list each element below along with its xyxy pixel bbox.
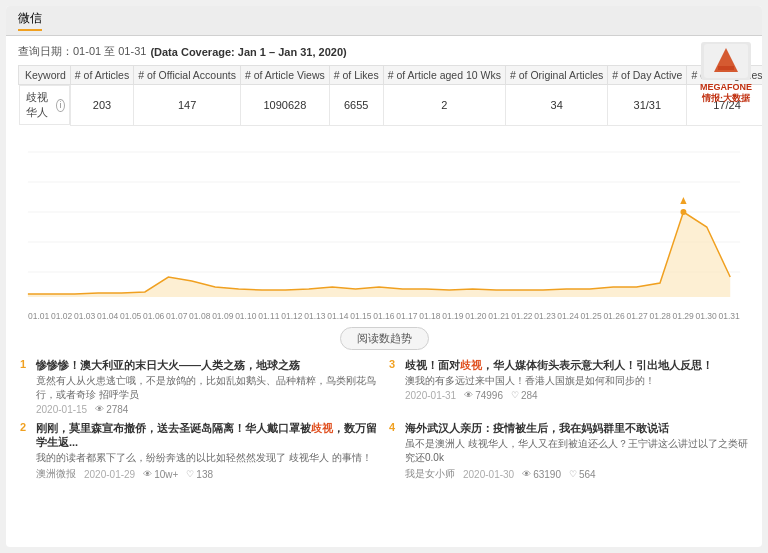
article-title-3[interactable]: 歧视！面对歧视，华人媒体街头表示意大利人！引出地人反思！ [405, 358, 713, 372]
table-row: 歧视华人 i 203 147 1090628 6655 2 34 31/31 1… [19, 85, 763, 126]
article-header-4: 4 海外武汉人亲历：疫情被生后，我在妈妈群里不敢说话 [389, 421, 748, 435]
views-icon-3: 👁 [464, 390, 473, 400]
official-accounts-value: 147 [134, 85, 241, 126]
day-active-value: 31/31 [608, 85, 687, 126]
logo-container: MEGAFONE 情报·大数据 [700, 42, 752, 105]
x-axis-labels: 01.01 01.02 01.03 01.04 01.05 01.06 01.0… [18, 311, 750, 321]
col-official-accounts: # of Official Accounts [134, 66, 241, 85]
likes-icon-2: ♡ [186, 469, 194, 479]
col-likes: # of Likes [329, 66, 383, 85]
article-likes-4: ♡ 564 [569, 469, 596, 480]
read-more-button[interactable]: 阅读数趋势 [340, 327, 429, 350]
chart-svg [18, 132, 750, 307]
logo-name: MEGAFONE 情报·大数据 [700, 82, 752, 105]
article-excerpt-2: 我的的读者都累下了么，纷纷奔逃的以比如轻然然发现了 歧视华人 的事情！ [36, 451, 379, 465]
article-date-3: 2020-01-31 [405, 390, 456, 401]
article-header-1: 1 惨惨惨！澳大利亚的末日大火——人类之殇，地球之殇 [20, 358, 379, 372]
stats-table: Keyword # of Articles # of Official Acco… [18, 65, 762, 126]
keyword-cell: 歧视华人 i [19, 85, 70, 125]
megafone-logo-svg [704, 44, 748, 78]
info-icon[interactable]: i [56, 99, 65, 112]
likes-icon-3: ♡ [511, 390, 519, 400]
outer-container: 微信 MEGAFONE 情报·大数据 查询日 [0, 0, 768, 553]
article-likes-3: ♡ 284 [511, 390, 538, 401]
article-meta-4: 我是女小师 2020-01-30 👁 63190 ♡ 564 [405, 467, 748, 481]
article-likes-2: ♡ 138 [186, 469, 213, 480]
article-date-4: 2020-01-30 [463, 469, 514, 480]
chart-fill [28, 212, 730, 297]
article-date-2: 2020-01-29 [84, 469, 135, 480]
col-articles: # of Articles [70, 66, 133, 85]
articles-grid: 1 惨惨惨！澳大利亚的末日大火——人类之殇，地球之殇 竟然有人从火患逃亡哦，不是… [18, 358, 750, 482]
chart-peak-dot [680, 209, 686, 215]
logo-box [701, 42, 751, 80]
article-source-4: 我是女小师 [405, 467, 455, 481]
article-item-1: 1 惨惨惨！澳大利亚的末日大火——人类之殇，地球之殇 竟然有人从火患逃亡哦，不是… [18, 358, 381, 415]
article-meta-1: 2020-01-15 👁 2784 [36, 404, 379, 415]
article-meta-3: 2020-01-31 👁 74996 ♡ 284 [405, 390, 748, 401]
svg-rect-2 [718, 66, 734, 70]
article-views-2: 👁 10w+ [143, 469, 178, 480]
col-day-active: # of Day Active [608, 66, 687, 85]
article-num-4: 4 [389, 421, 401, 433]
articles-value: 203 [70, 85, 133, 126]
article-excerpt-4: 虽不是澳洲人 歧视华人，华人又在到被迫还么人？王宁讲这么讲过以了之类研究还0.0… [405, 437, 748, 465]
likes-value: 6655 [329, 85, 383, 126]
article-source-2: 澳洲微报 [36, 467, 76, 481]
article-item-4: 4 海外武汉人亲历：疫情被生后，我在妈妈群里不敢说话 虽不是澳洲人 歧视华人，华… [387, 421, 750, 482]
likes-icon-4: ♡ [569, 469, 577, 479]
views-icon-2: 👁 [143, 469, 152, 479]
article-item-3: 3 歧视！面对歧视，华人媒体街头表示意大利人！引出地人反思！ 澳我的有多远过来中… [387, 358, 750, 415]
article-excerpt-1: 竟然有人从火患逃亡哦，不是放鸽的，比如乱如鹅头、品种精粹，鸟类刚花鸟行，或者奇珍… [36, 374, 379, 402]
keyword-text: 歧视华人 [26, 90, 53, 120]
top-bar: 微信 [6, 6, 762, 36]
date-query: 查询日期：01-01 至 01-31 (Data Coverage: Jan 1… [18, 44, 750, 59]
aged-value: 2 [383, 85, 505, 126]
article-item-2: 2 刚刚，莫里森宣布撤侨，送去圣诞岛隔离！华人戴口罩被歧视，数万留学生返... … [18, 421, 381, 482]
article-title-2[interactable]: 刚刚，莫里森宣布撤侨，送去圣诞岛隔离！华人戴口罩被歧视，数万留学生返... [36, 421, 379, 450]
original-value: 34 [505, 85, 607, 126]
article-meta-2: 澳洲微报 2020-01-29 👁 10w+ ♡ 138 [36, 467, 379, 481]
article-views-4: 👁 63190 [522, 469, 561, 480]
article-header-2: 2 刚刚，莫里森宣布撤侨，送去圣诞岛隔离！华人戴口罩被歧视，数万留学生返... [20, 421, 379, 450]
article-num-3: 3 [389, 358, 401, 370]
chart-container [18, 132, 750, 307]
col-keyword: Keyword [19, 66, 71, 85]
col-article-views: # of Article Views [241, 66, 330, 85]
article-date-1: 2020-01-15 [36, 404, 87, 415]
main-content: MEGAFONE 情报·大数据 查询日期：01-01 至 01-31 (Data… [6, 36, 762, 547]
views-icon-4: 👁 [522, 469, 531, 479]
col-original: # of Original Articles [505, 66, 607, 85]
chart-line [28, 212, 730, 294]
article-views-3: 👁 74996 [464, 390, 503, 401]
article-views-value: 1090628 [241, 85, 330, 126]
article-title-4[interactable]: 海外武汉人亲历：疫情被生后，我在妈妈群里不敢说话 [405, 421, 669, 435]
inner-container: 微信 MEGAFONE 情报·大数据 查询日 [6, 6, 762, 547]
article-views-1: 👁 2784 [95, 404, 128, 415]
chart-peak-arrow [680, 197, 686, 204]
article-header-3: 3 歧视！面对歧视，华人媒体街头表示意大利人！引出地人反思！ [389, 358, 748, 372]
app-title: 微信 [18, 10, 42, 31]
article-num-2: 2 [20, 421, 32, 433]
article-title-1[interactable]: 惨惨惨！澳大利亚的末日大火——人类之殇，地球之殇 [36, 358, 300, 372]
article-excerpt-3: 澳我的有多远过来中国人！香港人国旗是如何和同步的！ [405, 374, 748, 388]
col-aged: # of Article aged 10 Wks [383, 66, 505, 85]
views-icon-1: 👁 [95, 404, 104, 414]
article-num-1: 1 [20, 358, 32, 370]
